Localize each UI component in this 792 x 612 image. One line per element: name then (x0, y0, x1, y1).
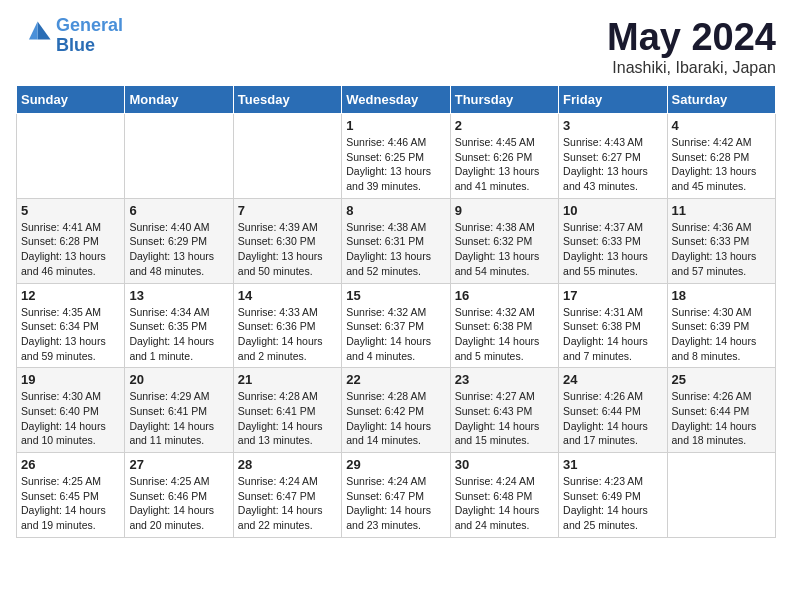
calendar-week-row: 1Sunrise: 4:46 AM Sunset: 6:25 PM Daylig… (17, 114, 776, 199)
day-info: Sunrise: 4:38 AM Sunset: 6:32 PM Dayligh… (455, 220, 554, 279)
day-info: Sunrise: 4:32 AM Sunset: 6:38 PM Dayligh… (455, 305, 554, 364)
calendar-cell: 14Sunrise: 4:33 AM Sunset: 6:36 PM Dayli… (233, 283, 341, 368)
day-number: 30 (455, 457, 554, 472)
day-info: Sunrise: 4:39 AM Sunset: 6:30 PM Dayligh… (238, 220, 337, 279)
day-number: 8 (346, 203, 445, 218)
day-info: Sunrise: 4:26 AM Sunset: 6:44 PM Dayligh… (672, 389, 771, 448)
logo-icon (16, 18, 52, 54)
day-info: Sunrise: 4:33 AM Sunset: 6:36 PM Dayligh… (238, 305, 337, 364)
calendar-header-cell: Sunday (17, 86, 125, 114)
calendar-header-cell: Tuesday (233, 86, 341, 114)
calendar-cell: 26Sunrise: 4:25 AM Sunset: 6:45 PM Dayli… (17, 453, 125, 538)
day-number: 6 (129, 203, 228, 218)
calendar-cell: 13Sunrise: 4:34 AM Sunset: 6:35 PM Dayli… (125, 283, 233, 368)
calendar-cell: 29Sunrise: 4:24 AM Sunset: 6:47 PM Dayli… (342, 453, 450, 538)
day-number: 17 (563, 288, 662, 303)
day-number: 19 (21, 372, 120, 387)
day-number: 26 (21, 457, 120, 472)
day-number: 16 (455, 288, 554, 303)
calendar-cell: 31Sunrise: 4:23 AM Sunset: 6:49 PM Dayli… (559, 453, 667, 538)
day-number: 7 (238, 203, 337, 218)
calendar-cell: 24Sunrise: 4:26 AM Sunset: 6:44 PM Dayli… (559, 368, 667, 453)
calendar-cell: 21Sunrise: 4:28 AM Sunset: 6:41 PM Dayli… (233, 368, 341, 453)
calendar-header-cell: Monday (125, 86, 233, 114)
day-info: Sunrise: 4:31 AM Sunset: 6:38 PM Dayligh… (563, 305, 662, 364)
day-number: 20 (129, 372, 228, 387)
calendar-body: 1Sunrise: 4:46 AM Sunset: 6:25 PM Daylig… (17, 114, 776, 538)
calendar-header-cell: Thursday (450, 86, 558, 114)
svg-marker-1 (29, 21, 38, 39)
day-info: Sunrise: 4:41 AM Sunset: 6:28 PM Dayligh… (21, 220, 120, 279)
day-info: Sunrise: 4:23 AM Sunset: 6:49 PM Dayligh… (563, 474, 662, 533)
calendar-cell: 20Sunrise: 4:29 AM Sunset: 6:41 PM Dayli… (125, 368, 233, 453)
day-info: Sunrise: 4:29 AM Sunset: 6:41 PM Dayligh… (129, 389, 228, 448)
day-number: 18 (672, 288, 771, 303)
day-info: Sunrise: 4:42 AM Sunset: 6:28 PM Dayligh… (672, 135, 771, 194)
day-number: 11 (672, 203, 771, 218)
day-info: Sunrise: 4:24 AM Sunset: 6:48 PM Dayligh… (455, 474, 554, 533)
calendar-cell: 19Sunrise: 4:30 AM Sunset: 6:40 PM Dayli… (17, 368, 125, 453)
day-info: Sunrise: 4:40 AM Sunset: 6:29 PM Dayligh… (129, 220, 228, 279)
calendar-cell: 4Sunrise: 4:42 AM Sunset: 6:28 PM Daylig… (667, 114, 775, 199)
calendar-cell: 10Sunrise: 4:37 AM Sunset: 6:33 PM Dayli… (559, 198, 667, 283)
day-info: Sunrise: 4:45 AM Sunset: 6:26 PM Dayligh… (455, 135, 554, 194)
day-info: Sunrise: 4:26 AM Sunset: 6:44 PM Dayligh… (563, 389, 662, 448)
calendar-cell: 3Sunrise: 4:43 AM Sunset: 6:27 PM Daylig… (559, 114, 667, 199)
calendar-cell: 6Sunrise: 4:40 AM Sunset: 6:29 PM Daylig… (125, 198, 233, 283)
day-info: Sunrise: 4:27 AM Sunset: 6:43 PM Dayligh… (455, 389, 554, 448)
calendar-week-row: 26Sunrise: 4:25 AM Sunset: 6:45 PM Dayli… (17, 453, 776, 538)
day-number: 13 (129, 288, 228, 303)
calendar-cell: 12Sunrise: 4:35 AM Sunset: 6:34 PM Dayli… (17, 283, 125, 368)
calendar-cell (233, 114, 341, 199)
day-number: 2 (455, 118, 554, 133)
location-title: Inashiki, Ibaraki, Japan (607, 59, 776, 77)
calendar-cell: 25Sunrise: 4:26 AM Sunset: 6:44 PM Dayli… (667, 368, 775, 453)
day-number: 24 (563, 372, 662, 387)
day-number: 12 (21, 288, 120, 303)
day-info: Sunrise: 4:25 AM Sunset: 6:46 PM Dayligh… (129, 474, 228, 533)
calendar-cell: 28Sunrise: 4:24 AM Sunset: 6:47 PM Dayli… (233, 453, 341, 538)
day-info: Sunrise: 4:28 AM Sunset: 6:42 PM Dayligh… (346, 389, 445, 448)
day-number: 28 (238, 457, 337, 472)
header: General Blue May 2024 Inashiki, Ibaraki,… (16, 16, 776, 77)
day-number: 22 (346, 372, 445, 387)
day-info: Sunrise: 4:30 AM Sunset: 6:40 PM Dayligh… (21, 389, 120, 448)
day-number: 27 (129, 457, 228, 472)
day-info: Sunrise: 4:34 AM Sunset: 6:35 PM Dayligh… (129, 305, 228, 364)
calendar-cell: 15Sunrise: 4:32 AM Sunset: 6:37 PM Dayli… (342, 283, 450, 368)
day-number: 25 (672, 372, 771, 387)
day-info: Sunrise: 4:46 AM Sunset: 6:25 PM Dayligh… (346, 135, 445, 194)
day-info: Sunrise: 4:30 AM Sunset: 6:39 PM Dayligh… (672, 305, 771, 364)
day-number: 4 (672, 118, 771, 133)
svg-marker-0 (38, 21, 51, 39)
calendar-week-row: 12Sunrise: 4:35 AM Sunset: 6:34 PM Dayli… (17, 283, 776, 368)
calendar-cell: 9Sunrise: 4:38 AM Sunset: 6:32 PM Daylig… (450, 198, 558, 283)
day-info: Sunrise: 4:24 AM Sunset: 6:47 PM Dayligh… (346, 474, 445, 533)
calendar-cell: 5Sunrise: 4:41 AM Sunset: 6:28 PM Daylig… (17, 198, 125, 283)
calendar-week-row: 5Sunrise: 4:41 AM Sunset: 6:28 PM Daylig… (17, 198, 776, 283)
calendar-week-row: 19Sunrise: 4:30 AM Sunset: 6:40 PM Dayli… (17, 368, 776, 453)
day-number: 1 (346, 118, 445, 133)
title-block: May 2024 Inashiki, Ibaraki, Japan (607, 16, 776, 77)
calendar-cell: 22Sunrise: 4:28 AM Sunset: 6:42 PM Dayli… (342, 368, 450, 453)
calendar-cell: 18Sunrise: 4:30 AM Sunset: 6:39 PM Dayli… (667, 283, 775, 368)
calendar-cell (125, 114, 233, 199)
day-info: Sunrise: 4:36 AM Sunset: 6:33 PM Dayligh… (672, 220, 771, 279)
day-number: 3 (563, 118, 662, 133)
month-title: May 2024 (607, 16, 776, 59)
day-number: 23 (455, 372, 554, 387)
calendar-cell (17, 114, 125, 199)
calendar-cell: 11Sunrise: 4:36 AM Sunset: 6:33 PM Dayli… (667, 198, 775, 283)
calendar-cell: 30Sunrise: 4:24 AM Sunset: 6:48 PM Dayli… (450, 453, 558, 538)
day-number: 5 (21, 203, 120, 218)
calendar-cell: 8Sunrise: 4:38 AM Sunset: 6:31 PM Daylig… (342, 198, 450, 283)
calendar-cell: 7Sunrise: 4:39 AM Sunset: 6:30 PM Daylig… (233, 198, 341, 283)
calendar-cell: 27Sunrise: 4:25 AM Sunset: 6:46 PM Dayli… (125, 453, 233, 538)
day-number: 31 (563, 457, 662, 472)
calendar-header-cell: Wednesday (342, 86, 450, 114)
calendar-cell: 2Sunrise: 4:45 AM Sunset: 6:26 PM Daylig… (450, 114, 558, 199)
calendar-header-cell: Saturday (667, 86, 775, 114)
calendar-cell: 16Sunrise: 4:32 AM Sunset: 6:38 PM Dayli… (450, 283, 558, 368)
calendar-cell: 17Sunrise: 4:31 AM Sunset: 6:38 PM Dayli… (559, 283, 667, 368)
calendar-table: SundayMondayTuesdayWednesdayThursdayFrid… (16, 85, 776, 538)
